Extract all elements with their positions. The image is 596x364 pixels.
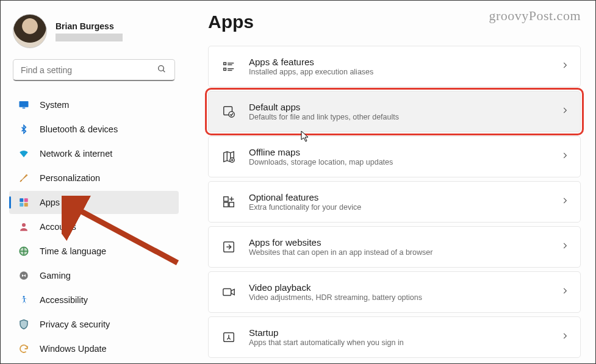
svg-rect-2 bbox=[20, 101, 29, 107]
svg-rect-6 bbox=[20, 203, 23, 207]
sidebar-item-system[interactable]: System bbox=[9, 93, 179, 116]
card-title: Video playback bbox=[249, 282, 561, 293]
svg-rect-24 bbox=[224, 202, 228, 207]
chevron-right-icon bbox=[561, 287, 569, 298]
profile-email-redacted bbox=[56, 34, 123, 41]
search-input[interactable] bbox=[21, 65, 156, 75]
main-content: Apps Apps & features Installed apps, app… bbox=[184, 1, 595, 363]
brush-icon bbox=[18, 172, 30, 184]
sidebar-item-apps[interactable]: Apps bbox=[9, 191, 179, 214]
profile-block[interactable]: Brian Burgess bbox=[9, 12, 179, 59]
card-title: Apps & features bbox=[249, 57, 561, 67]
sidebar-item-update[interactable]: Windows Update bbox=[9, 337, 179, 360]
list-icon bbox=[221, 59, 237, 74]
sidebar-item-label: Apps bbox=[40, 198, 60, 207]
card-subtitle: Extra functionality for your device bbox=[249, 203, 561, 212]
settings-sidebar: Brian Burgess System Bluetooth & devices bbox=[1, 1, 184, 363]
card-title: Optional features bbox=[249, 192, 561, 202]
card-subtitle: Apps that start automatically when you s… bbox=[249, 338, 561, 347]
update-icon bbox=[18, 343, 30, 355]
chevron-right-icon bbox=[561, 196, 569, 207]
svg-rect-23 bbox=[224, 197, 228, 201]
card-subtitle: Installed apps, app execution aliases bbox=[249, 68, 561, 76]
bluetooth-icon bbox=[18, 123, 30, 135]
sidebar-item-label: Privacy & security bbox=[40, 319, 110, 329]
sidebar-item-label: Windows Update bbox=[40, 344, 107, 354]
card-apps-features[interactable]: Apps & features Installed apps, app exec… bbox=[208, 46, 581, 87]
card-default-apps[interactable]: Default apps Defaults for file and link … bbox=[208, 91, 581, 132]
wifi-icon bbox=[18, 148, 30, 160]
chevron-right-icon bbox=[561, 151, 569, 162]
sidebar-item-time[interactable]: Time & language bbox=[9, 240, 179, 263]
card-title: Offline maps bbox=[249, 147, 561, 157]
chevron-right-icon bbox=[561, 106, 569, 117]
card-startup[interactable]: Startup Apps that start automatically wh… bbox=[208, 316, 581, 358]
svg-rect-7 bbox=[24, 203, 28, 207]
nav-list: System Bluetooth & devices Network & int… bbox=[9, 93, 179, 360]
shield-icon bbox=[18, 318, 30, 330]
card-title: Startup bbox=[249, 327, 561, 338]
card-offline-maps[interactable]: Offline maps Downloads, storage location… bbox=[208, 136, 581, 177]
svg-point-8 bbox=[22, 223, 26, 227]
sidebar-item-network[interactable]: Network & internet bbox=[9, 142, 179, 165]
svg-point-11 bbox=[23, 296, 25, 298]
sidebar-item-label: Accounts bbox=[40, 222, 76, 232]
card-apps-websites[interactable]: Apps for websites Websites that can open… bbox=[208, 226, 581, 268]
sidebar-item-label: Accessibility bbox=[40, 295, 88, 305]
sidebar-item-label: Bluetooth & devices bbox=[40, 124, 118, 134]
svg-rect-4 bbox=[20, 198, 23, 202]
search-icon bbox=[156, 64, 167, 76]
sidebar-item-label: Network & internet bbox=[40, 149, 112, 159]
gaming-icon bbox=[18, 269, 30, 282]
sidebar-item-label: System bbox=[40, 100, 69, 110]
card-subtitle: Defaults for file and link types, other … bbox=[249, 113, 561, 121]
sidebar-item-accessibility[interactable]: Accessibility bbox=[9, 288, 179, 312]
svg-rect-25 bbox=[229, 202, 234, 207]
sidebar-item-label: Gaming bbox=[40, 271, 71, 280]
card-subtitle: Websites that can open in an app instead… bbox=[249, 248, 561, 257]
settings-card-list: Apps & features Installed apps, app exec… bbox=[208, 46, 581, 358]
startup-icon bbox=[221, 329, 237, 345]
map-icon bbox=[221, 149, 237, 165]
sidebar-item-label: Time & language bbox=[40, 246, 106, 256]
svg-rect-27 bbox=[223, 289, 231, 296]
profile-name: Brian Burgess bbox=[56, 21, 123, 31]
watermark: groovyPost.com bbox=[489, 8, 581, 24]
video-icon bbox=[221, 284, 237, 300]
card-optional-features[interactable]: Optional features Extra functionality fo… bbox=[208, 181, 581, 223]
card-subtitle: Video adjustments, HDR streaming, batter… bbox=[249, 293, 561, 302]
accessibility-icon bbox=[18, 294, 30, 306]
sidebar-item-gaming[interactable]: Gaming bbox=[9, 264, 179, 287]
chevron-right-icon bbox=[561, 241, 569, 252]
card-title: Apps for websites bbox=[249, 237, 561, 248]
svg-rect-12 bbox=[224, 63, 226, 65]
card-subtitle: Downloads, storage location, map updates bbox=[249, 158, 561, 166]
display-icon bbox=[18, 99, 30, 111]
card-title: Default apps bbox=[249, 102, 561, 112]
person-icon bbox=[18, 221, 30, 233]
svg-rect-5 bbox=[24, 198, 28, 202]
app-link-icon bbox=[221, 239, 237, 255]
search-box[interactable] bbox=[13, 59, 175, 81]
avatar bbox=[13, 14, 47, 48]
sidebar-item-privacy[interactable]: Privacy & security bbox=[9, 313, 179, 336]
sidebar-item-bluetooth[interactable]: Bluetooth & devices bbox=[9, 118, 179, 141]
add-feature-icon bbox=[221, 194, 237, 210]
card-video-playback[interactable]: Video playback Video adjustments, HDR st… bbox=[208, 271, 581, 313]
sidebar-item-accounts[interactable]: Accounts bbox=[9, 215, 179, 238]
apps-icon bbox=[18, 196, 30, 209]
chevron-right-icon bbox=[561, 332, 569, 343]
svg-rect-13 bbox=[224, 68, 226, 71]
default-apps-icon bbox=[221, 104, 237, 120]
chevron-right-icon bbox=[561, 61, 569, 72]
sidebar-item-personalization[interactable]: Personalization bbox=[9, 166, 179, 190]
globe-clock-icon bbox=[18, 245, 30, 257]
svg-point-0 bbox=[159, 65, 164, 71]
sidebar-item-label: Personalization bbox=[40, 173, 100, 183]
svg-line-1 bbox=[163, 70, 165, 72]
svg-rect-3 bbox=[23, 108, 26, 109]
